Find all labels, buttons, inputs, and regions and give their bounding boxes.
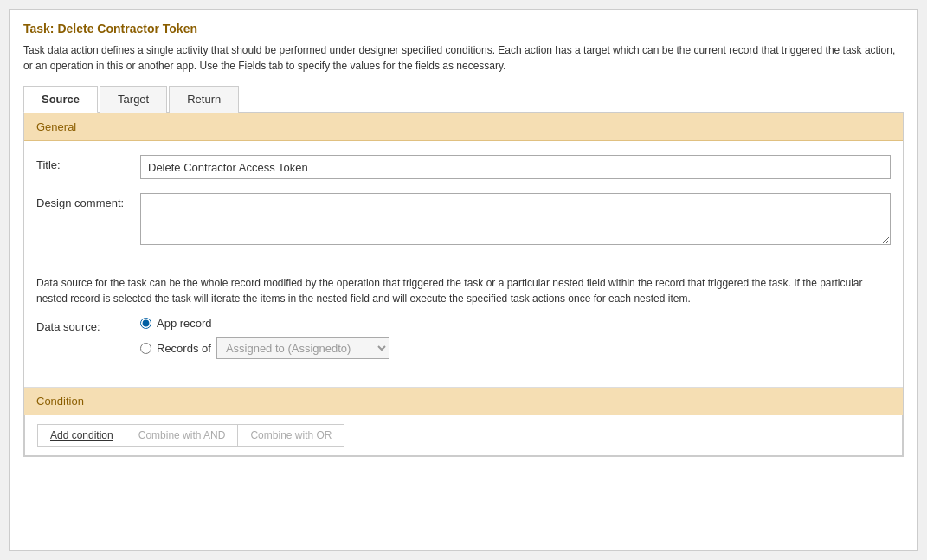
add-condition-button[interactable]: Add condition bbox=[38, 425, 126, 446]
condition-section-header: Condition bbox=[24, 388, 903, 415]
title-row: Title: bbox=[36, 155, 891, 179]
data-source-description: Data source for the task can be the whol… bbox=[24, 275, 903, 306]
design-comment-textarea[interactable] bbox=[140, 193, 891, 245]
combine-or-button[interactable]: Combine with OR bbox=[238, 425, 344, 446]
general-section-body: Title: Design comment: bbox=[24, 141, 903, 275]
design-comment-row: Design comment: bbox=[36, 193, 891, 248]
page-description: Task data action defines a single activi… bbox=[23, 42, 904, 74]
condition-section: Condition Add condition Combine with AND… bbox=[24, 387, 903, 456]
main-content: General Title: Design comment: Data sour… bbox=[23, 113, 904, 457]
data-source-row: Data source: App record Records of Assig… bbox=[36, 317, 891, 359]
title-input[interactable] bbox=[140, 155, 891, 179]
tab-return[interactable]: Return bbox=[169, 86, 239, 113]
title-control-wrap bbox=[140, 155, 891, 179]
data-source-section: Data source: App record Records of Assig… bbox=[24, 317, 903, 387]
data-source-control-wrap: App record Records of Assigned to (Assig… bbox=[140, 317, 891, 359]
radio-app-record-row: App record bbox=[140, 317, 891, 330]
radio-records-of-label: Records of bbox=[157, 342, 211, 355]
task-name: Delete Contractor Token bbox=[57, 22, 197, 35]
data-source-label: Data source: bbox=[36, 317, 140, 333]
records-of-dropdown[interactable]: Assigned to (Assignedto) bbox=[216, 337, 389, 359]
condition-buttons-group: Add condition Combine with AND Combine w… bbox=[37, 424, 344, 447]
radio-records-of[interactable] bbox=[140, 343, 151, 354]
task-label: Task: bbox=[23, 22, 55, 35]
title-label: Title: bbox=[36, 155, 140, 171]
design-comment-control-wrap bbox=[140, 193, 891, 248]
page-wrapper: Task: Delete Contractor Token Task data … bbox=[9, 9, 918, 551]
radio-app-record[interactable] bbox=[140, 318, 151, 329]
radio-app-record-label: App record bbox=[157, 317, 212, 330]
radio-records-of-row: Records of Assigned to (Assignedto) bbox=[140, 337, 891, 359]
tab-source[interactable]: Source bbox=[23, 86, 98, 113]
general-section-header: General bbox=[24, 113, 903, 141]
design-comment-label: Design comment: bbox=[36, 193, 140, 209]
task-title-row: Task: Delete Contractor Token bbox=[23, 22, 904, 35]
tab-bar: Source Target Return bbox=[23, 84, 904, 113]
condition-body: Add condition Combine with AND Combine w… bbox=[24, 415, 903, 456]
tab-target[interactable]: Target bbox=[100, 86, 167, 113]
combine-and-button[interactable]: Combine with AND bbox=[126, 425, 239, 446]
radio-group: App record Records of Assigned to (Assig… bbox=[140, 317, 891, 359]
